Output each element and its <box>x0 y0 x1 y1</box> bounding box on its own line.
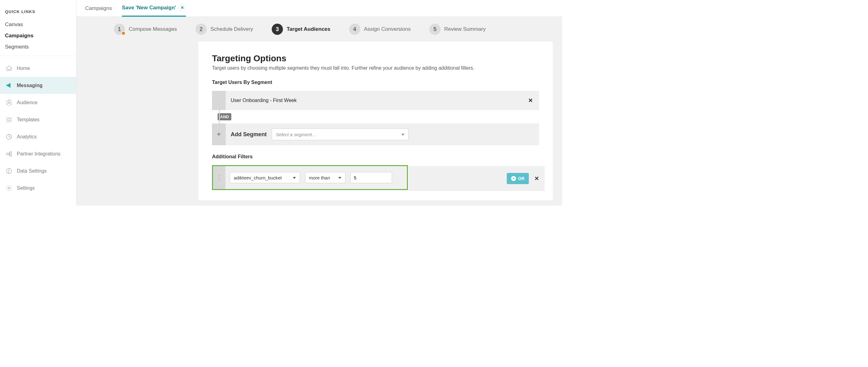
svg-rect-3 <box>7 117 11 122</box>
or-label: OR <box>518 176 524 181</box>
nav-analytics[interactable]: Analytics <box>0 128 76 145</box>
tab-new-campaign[interactable]: Save 'New Campaign' ✕ <box>122 0 186 17</box>
step-number: 2 <box>195 24 207 35</box>
svg-rect-8 <box>10 154 12 156</box>
filter-attr-value: adikteev_churn_bucket <box>234 175 282 180</box>
segment-select-dropdown[interactable]: Select a segment... <box>272 128 408 140</box>
nav-messaging[interactable]: Messaging <box>0 77 76 94</box>
tab-label: Campaigns <box>85 5 112 11</box>
nav-templates[interactable]: Templates <box>0 111 76 128</box>
nav-label: Data Settings <box>17 168 46 174</box>
campaign-stepper: 1 Compose Messages 2 Schedule Delivery 3… <box>76 17 562 42</box>
megaphone-icon <box>6 82 12 89</box>
nav-data-settings[interactable]: Data Settings <box>0 162 76 180</box>
targeting-heading: Targeting Options <box>212 54 539 63</box>
svg-rect-7 <box>10 151 12 153</box>
nav-label: Templates <box>17 117 39 123</box>
targeting-subtext: Target users by choosing multiple segmen… <box>212 65 539 71</box>
step-label: Assign Conversions <box>364 26 411 32</box>
svg-rect-6 <box>6 153 8 155</box>
tab-campaigns[interactable]: Campaigns <box>85 0 112 17</box>
step-schedule[interactable]: 2 Schedule Delivery <box>195 24 253 35</box>
svg-point-10 <box>8 187 10 189</box>
step-compose[interactable]: 1 Compose Messages <box>114 24 177 35</box>
svg-marker-0 <box>6 83 10 88</box>
filters-label: Additional Filters <box>212 154 539 159</box>
step-conversions[interactable]: 4 Assign Conversions <box>349 24 411 35</box>
plus-circle-icon: + <box>511 176 516 181</box>
step-label: Review Summary <box>444 26 486 32</box>
segment-row: User Onboarding - First Week ✕ <box>212 91 539 110</box>
step-label: Target Audiences <box>287 26 331 32</box>
quick-link-campaigns[interactable]: Campaigns <box>5 30 71 41</box>
remove-segment-button[interactable]: ✕ <box>522 97 539 104</box>
svg-point-1 <box>8 100 10 102</box>
targeting-card: Targeting Options Target users by choosi… <box>198 42 553 200</box>
step-label: Compose Messages <box>129 26 177 32</box>
nav-label: Analytics <box>17 134 37 140</box>
step-review[interactable]: 5 Review Summary <box>429 24 486 35</box>
quick-links-header: QUICK LINKS <box>5 9 71 14</box>
segment-select-placeholder: Select a segment... <box>276 132 315 137</box>
segment-name: User Onboarding - First Week <box>226 98 522 103</box>
svg-rect-4 <box>8 119 10 121</box>
quick-link-canvas[interactable]: Canvas <box>5 19 71 30</box>
segments-label: Target Users By Segment <box>212 80 539 85</box>
home-icon <box>6 65 12 72</box>
filter-row: ⋮ adikteev_churn_bucket more than + OR <box>212 165 408 190</box>
nav-label: Partner Integrations <box>17 151 61 157</box>
step-num-text: 1 <box>118 26 121 33</box>
sidebar: QUICK LINKS Canvas Campaigns Segments Ho… <box>0 0 76 206</box>
nav-label: Home <box>17 66 30 71</box>
nav-settings[interactable]: Settings <box>0 180 76 196</box>
warning-icon <box>121 31 126 35</box>
main-content: Campaigns Save 'New Campaign' ✕ 1 Compos… <box>76 0 562 206</box>
step-number: 4 <box>349 24 360 35</box>
data-icon <box>6 167 12 175</box>
nav-partner-integrations[interactable]: Partner Integrations <box>0 145 76 162</box>
templates-icon <box>6 116 12 123</box>
add-segment-row: + Add Segment Select a segment... <box>212 123 539 145</box>
gear-icon <box>6 185 12 191</box>
filter-attribute-dropdown[interactable]: adikteev_churn_bucket <box>230 172 300 183</box>
analytics-icon <box>6 133 12 140</box>
nav-home[interactable]: Home <box>0 60 76 77</box>
filter-value-input[interactable] <box>350 172 392 183</box>
plus-icon[interactable]: + <box>212 123 226 145</box>
step-target[interactable]: 3 Target Audiences <box>272 24 331 35</box>
step-label: Schedule Delivery <box>211 26 253 32</box>
nav-label: Messaging <box>17 83 42 88</box>
remove-filter-button[interactable]: ✕ <box>534 175 539 182</box>
quick-link-segments[interactable]: Segments <box>5 41 71 53</box>
audience-icon <box>6 99 12 106</box>
filter-drag-handle-icon[interactable]: ⋮ <box>213 166 225 189</box>
nav-label: Audience <box>17 100 38 105</box>
filter-op-value: more than <box>309 175 330 180</box>
step-number: 3 <box>272 24 283 35</box>
tab-label: Save 'New Campaign' <box>122 5 176 11</box>
nav-audience[interactable]: Audience <box>0 94 76 111</box>
add-or-button[interactable]: + OR <box>507 173 529 184</box>
close-tab-button[interactable]: ✕ <box>179 4 186 11</box>
filter-operator-dropdown[interactable]: more than <box>305 172 345 183</box>
step-number: 5 <box>429 24 440 35</box>
and-pill: AND <box>218 113 231 120</box>
nav-label: Settings <box>17 185 35 191</box>
step-number: 1 <box>114 24 125 35</box>
add-segment-label: Add Segment <box>226 131 272 138</box>
integrations-icon <box>6 151 12 157</box>
tabs-row: Campaigns Save 'New Campaign' ✕ <box>76 0 562 17</box>
